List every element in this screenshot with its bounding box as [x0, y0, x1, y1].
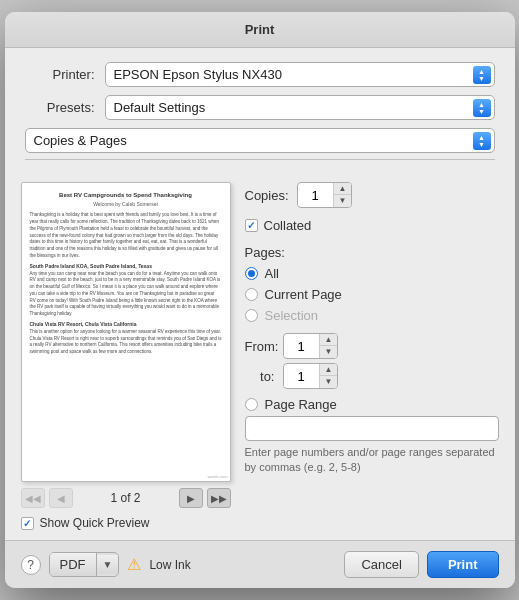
collated-row: Collated: [245, 218, 499, 233]
presets-row: Presets: Default Settings ▲ ▼: [25, 95, 495, 120]
preview-panel: Best RV Campgrounds to Spend Thanksgivin…: [21, 182, 231, 530]
presets-label: Presets:: [25, 100, 95, 115]
radio-all-label: All: [265, 266, 279, 281]
preview-section2-text: This is another option for anyone lookin…: [30, 329, 222, 356]
show-quick-preview-row: Show Quick Preview: [21, 516, 231, 530]
print-button[interactable]: Print: [427, 551, 499, 578]
page-indicator: 1 of 2: [77, 491, 175, 505]
pdf-dropdown-button[interactable]: ▼: [97, 555, 119, 574]
preview-box: Best RV Campgrounds to Spend Thanksgivin…: [21, 182, 231, 482]
page-range-radio-label: Page Range: [265, 397, 337, 412]
from-input-wrap: ▲ ▼: [283, 333, 338, 359]
preview-section1-text: Any time you can camp near near the beac…: [30, 271, 222, 318]
show-quick-preview-checkbox[interactable]: [21, 517, 34, 530]
pdf-main-button[interactable]: PDF: [50, 553, 97, 576]
page-range-section: Page Range Enter page numbers and/or pag…: [245, 397, 499, 476]
first-page-button[interactable]: ◀◀: [21, 488, 45, 508]
radio-row-all: All: [245, 266, 499, 281]
to-stepper-down[interactable]: ▼: [320, 376, 338, 388]
page-range-input[interactable]: [245, 416, 499, 441]
help-button[interactable]: ?: [21, 555, 41, 575]
from-stepper: ▲ ▼: [319, 334, 338, 358]
preview-title: Best RV Campgrounds to Spend Thanksgivin…: [30, 191, 222, 199]
to-row: to: ▲ ▼: [245, 363, 499, 389]
prev-page-button[interactable]: ◀: [49, 488, 73, 508]
preview-controls: ◀◀ ◀ 1 of 2 ▶ ▶▶: [21, 488, 231, 508]
preview-subtitle: Welcome by Caleb Somerset: [30, 201, 222, 208]
radio-selection-label: Selection: [265, 308, 318, 323]
copies-stepper: ▲ ▼: [333, 183, 352, 207]
radio-current-label: Current Page: [265, 287, 342, 302]
presets-select[interactable]: Default Settings: [105, 95, 495, 120]
printer-row: Printer: EPSON Epson Stylus NX430 ▲ ▼: [25, 62, 495, 87]
copies-stepper-down[interactable]: ▼: [334, 195, 352, 207]
radio-selection[interactable]: [245, 309, 258, 322]
from-stepper-down[interactable]: ▼: [320, 346, 338, 358]
radio-row-current: Current Page: [245, 287, 499, 302]
radio-current[interactable]: [245, 288, 258, 301]
print-dialog: Print Printer: EPSON Epson Stylus NX430 …: [5, 12, 515, 588]
to-stepper-up[interactable]: ▲: [320, 364, 338, 376]
last-page-button[interactable]: ▶▶: [207, 488, 231, 508]
printer-select-wrapper: EPSON Epson Stylus NX430 ▲ ▼: [105, 62, 495, 87]
copies-pages-wrapper: Copies & Pages ▲ ▼: [25, 128, 495, 153]
copies-pages-select[interactable]: Copies & Pages: [25, 128, 495, 153]
dialog-title: Print: [245, 22, 275, 37]
collated-label: Collated: [264, 218, 312, 233]
pages-radio-group: All Current Page Selection: [245, 266, 499, 323]
options-panel: Copies: ▲ ▼ Collated Pages:: [245, 182, 499, 530]
copies-pages-row: Copies & Pages ▲ ▼: [25, 128, 495, 153]
show-quick-preview-label: Show Quick Preview: [40, 516, 150, 530]
printer-label: Printer:: [25, 67, 95, 82]
to-stepper: ▲ ▼: [319, 364, 338, 388]
watermark: wsxdn.com: [207, 474, 227, 479]
presets-select-wrapper: Default Settings ▲ ▼: [105, 95, 495, 120]
bottom-bar: ? PDF ▼ ⚠ Low Ink Cancel Print: [5, 540, 515, 588]
divider: [25, 159, 495, 160]
preview-section2-title: Chula Vista RV Resort, Chula Vista Calif…: [30, 321, 222, 328]
to-input[interactable]: [284, 366, 319, 387]
to-label: to:: [245, 369, 275, 384]
radio-row-selection: Selection: [245, 308, 499, 323]
from-to-section: From: ▲ ▼ to: ▲ ▼: [245, 333, 499, 389]
next-page-button[interactable]: ▶: [179, 488, 203, 508]
main-content: Best RV Campgrounds to Spend Thanksgivin…: [5, 172, 515, 540]
page-range-radio-row: Page Range: [245, 397, 499, 412]
dialog-title-bar: Print: [5, 12, 515, 48]
copies-row: Copies: ▲ ▼: [245, 182, 499, 208]
from-input[interactable]: [284, 336, 319, 357]
preview-section1-title: South Padre Island KOA, South Padre Isla…: [30, 263, 222, 270]
printer-select[interactable]: EPSON Epson Stylus NX430: [105, 62, 495, 87]
copies-stepper-up[interactable]: ▲: [334, 183, 352, 195]
radio-page-range[interactable]: [245, 398, 258, 411]
page-range-hint: Enter page numbers and/or page ranges se…: [245, 445, 499, 476]
pdf-button-group: PDF ▼: [49, 552, 120, 577]
from-stepper-up[interactable]: ▲: [320, 334, 338, 346]
warn-icon: ⚠: [127, 555, 141, 574]
low-ink-label: Low Ink: [149, 558, 190, 572]
preview-content: Best RV Campgrounds to Spend Thanksgivin…: [22, 183, 230, 367]
radio-all[interactable]: [245, 267, 258, 280]
from-row: From: ▲ ▼: [245, 333, 499, 359]
cancel-button[interactable]: Cancel: [344, 551, 418, 578]
copies-label: Copies:: [245, 188, 289, 203]
collated-checkbox[interactable]: [245, 219, 258, 232]
top-section: Printer: EPSON Epson Stylus NX430 ▲ ▼ Pr…: [5, 48, 515, 172]
copies-input-wrap: ▲ ▼: [297, 182, 352, 208]
pages-section-label: Pages:: [245, 245, 499, 260]
copies-input[interactable]: [298, 185, 333, 206]
preview-body: Thanksgiving is a holiday that is best s…: [30, 212, 222, 259]
to-input-wrap: ▲ ▼: [283, 363, 338, 389]
from-label: From:: [245, 339, 275, 354]
